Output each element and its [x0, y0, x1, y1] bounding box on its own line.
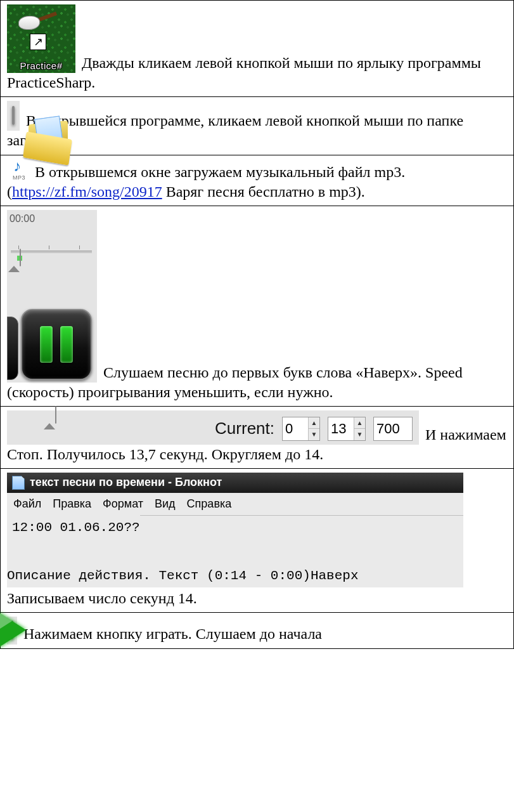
menu-help: Справка — [187, 497, 232, 511]
notepad-line-2: Описание действия. Текст (0:14 - 0:00)На… — [7, 568, 359, 583]
shortcut-arrow-icon — [30, 34, 46, 50]
notepad-titlebar: текст песни по времени - Блокнот — [7, 473, 463, 492]
player-thumbnail: 00:00 — [7, 210, 97, 383]
slider-knob-icon — [8, 248, 22, 268]
song-link[interactable]: https://zf.fm/song/20917 — [12, 183, 162, 200]
step-text-b: Варяг песня бесплатно в mp3). — [162, 183, 365, 200]
menu-format: Формат — [103, 497, 143, 511]
play-button — [11, 620, 13, 639]
menu-file: Файл — [13, 497, 41, 511]
play-icon — [0, 612, 26, 648]
menu-view: Вид — [155, 497, 176, 511]
time-display: 00:00 — [10, 213, 35, 226]
pause-button — [21, 309, 92, 380]
current-millis-value — [374, 417, 412, 440]
spinner-arrows-icon: ▲▼ — [354, 417, 365, 440]
step-text: Записываем число секунд 14. — [7, 590, 197, 606]
current-millis-field — [373, 417, 413, 441]
guitar-icon — [18, 10, 56, 35]
step-text: Дважды кликаем левой кнопкой мыши по ярл… — [7, 55, 481, 91]
current-minutes-spinner: ▲▼ — [282, 417, 320, 441]
notepad-title-text: текст песни по времени - Блокнот — [30, 475, 222, 490]
open-folder-button — [12, 106, 15, 125]
menu-edit: Правка — [53, 497, 91, 511]
instruction-table: Practice# Дважды кликаем левой кнопкой м… — [0, 0, 514, 649]
play-button-thumb — [7, 617, 17, 644]
current-position-panel: Current: ▲▼ ▲▼ — [7, 410, 419, 445]
current-seconds-spinner: ▲▼ — [328, 417, 366, 441]
current-minutes-value — [283, 417, 308, 440]
shortcut-label: Practice# — [7, 60, 75, 74]
prev-button-edge — [7, 317, 18, 380]
notepad-window: текст песни по времени - Блокнот Файл Пр… — [7, 473, 463, 587]
step-text: Нажимаем кнопку играть. Слушаем до начал… — [20, 625, 322, 642]
current-label: Current: — [215, 418, 274, 440]
notepad-line-1: 12:00 01.06.20?? — [12, 520, 140, 535]
step-text: В открывшейся программе, кликаем левой к… — [7, 112, 463, 148]
mp3-file-icon: MP3 — [10, 159, 29, 182]
open-folder-button-thumb — [7, 101, 20, 131]
practicesharp-shortcut-icon: Practice# — [7, 4, 75, 73]
timeline-slider — [11, 239, 92, 258]
slider-knob-icon — [44, 405, 58, 426]
spinner-arrows-icon: ▲▼ — [308, 417, 319, 440]
notepad-menubar: Файл Правка Формат Вид Справка — [7, 493, 463, 516]
notepad-app-icon — [12, 476, 25, 490]
music-note-icon — [13, 159, 22, 173]
mp3-ext-label: MP3 — [10, 174, 29, 182]
folder-open-icon — [25, 122, 73, 160]
pause-icon — [40, 326, 73, 363]
current-seconds-value — [328, 417, 354, 440]
notepad-body: 12:00 01.06.20?? Описание действия. Текс… — [7, 514, 364, 587]
